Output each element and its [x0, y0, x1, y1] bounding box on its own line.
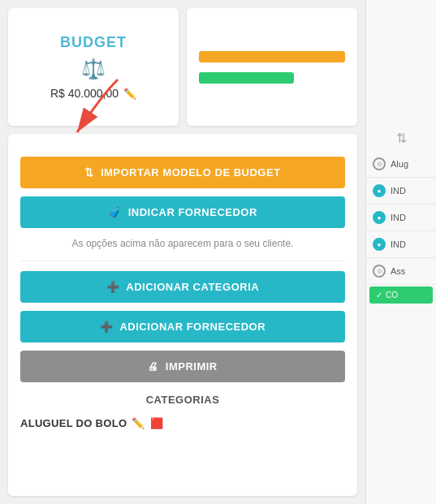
print-button[interactable]: 🖨 IMPRIMIR: [20, 351, 345, 382]
chart-bar-orange: [199, 51, 345, 62]
sidebar-item-ind1[interactable]: ● IND: [366, 178, 436, 205]
import-budget-label: IMPORTAR MODELO DE BUDGET: [101, 166, 281, 179]
print-label: IMPRIMIR: [166, 360, 218, 373]
check-icon: ✓: [376, 291, 382, 299]
main-panel: BUDGET ⚖️ R$ 40.000,00 ✏️: [0, 0, 365, 504]
budget-edit-icon[interactable]: ✏️: [123, 88, 136, 100]
budget-icon: ⚖️: [81, 58, 106, 80]
divider: [20, 261, 345, 261]
sidebar-item-ass-label: Ass: [391, 266, 405, 276]
budget-title: BUDGET: [60, 34, 127, 51]
sidebar-action-co[interactable]: ✓ CO: [369, 286, 433, 304]
sidebar-action-label: CO: [386, 291, 398, 299]
add-category-icon: ➕: [106, 281, 120, 293]
chart-bar-green: [199, 72, 294, 84]
alug-icon: ⚙: [373, 157, 386, 170]
category-delete-icon[interactable]: 🟥: [150, 417, 163, 429]
sidebar-item-ind3[interactable]: ● IND: [366, 231, 436, 258]
add-category-button[interactable]: ➕ ADICIONAR CATEGORIA: [20, 271, 345, 303]
indicate-supplier-button[interactable]: 🧳 INDICAR FORNECEDOR: [20, 196, 345, 228]
category-row: ALUGUEL DO BOLO ✏️ 🟥: [20, 417, 345, 429]
ind1-icon: ●: [373, 184, 386, 197]
sidebar-item-ind2-label: IND: [391, 213, 406, 222]
sidebar-item-alug[interactable]: ⚙ Alug: [366, 151, 436, 178]
import-icon: ⇅: [84, 166, 94, 179]
ind3-icon: ●: [373, 238, 386, 251]
chart-card: [187, 8, 357, 126]
budget-amount: R$ 40.000,00 ✏️: [50, 87, 136, 100]
sidebar-item-alug-label: Alug: [391, 159, 408, 169]
ind2-icon: ●: [373, 211, 386, 224]
add-supplier-label: ADICIONAR FORNECEDOR: [119, 321, 265, 333]
sidebar-toggle[interactable]: ⇅: [366, 126, 436, 151]
top-cards: BUDGET ⚖️ R$ 40.000,00 ✏️: [8, 8, 357, 126]
actions-panel: ⇅ IMPORTAR MODELO DE BUDGET 🧳 INDICAR FO…: [8, 134, 357, 496]
right-sidebar: ⇅ ⚙ Alug ● IND ● IND ● I: [365, 0, 436, 504]
categories-label: CATEGORIAS: [20, 394, 345, 406]
sidebar-item-ind2[interactable]: ● IND: [366, 205, 436, 231]
note-text: As opções acima não aparecem para o seu …: [20, 236, 345, 251]
toggle-icon: ⇅: [396, 131, 407, 146]
add-supplier-icon: ➕: [100, 321, 114, 333]
ass-icon: ⚙: [373, 265, 386, 278]
page-layout: BUDGET ⚖️ R$ 40.000,00 ✏️: [0, 0, 436, 504]
category-name: ALUGUEL DO BOLO: [20, 417, 127, 429]
print-icon: 🖨: [148, 360, 159, 373]
category-edit-icon[interactable]: ✏️: [132, 417, 145, 429]
sidebar-item-ind1-label: IND: [391, 186, 406, 196]
supplier-icon: 🧳: [108, 206, 122, 218]
sidebar-item-ind3-label: IND: [391, 239, 406, 249]
sidebar-item-ass[interactable]: ⚙ Ass: [366, 258, 436, 285]
add-supplier-button[interactable]: ➕ ADICIONAR FORNECEDOR: [20, 311, 345, 342]
add-category-label: ADICIONAR CATEGORIA: [126, 281, 259, 293]
budget-card: BUDGET ⚖️ R$ 40.000,00 ✏️: [8, 8, 179, 126]
import-budget-button[interactable]: ⇅ IMPORTAR MODELO DE BUDGET: [20, 157, 345, 188]
indicate-supplier-label: INDICAR FORNECEDOR: [128, 206, 257, 218]
budget-amount-value: R$ 40.000,00: [50, 87, 119, 100]
